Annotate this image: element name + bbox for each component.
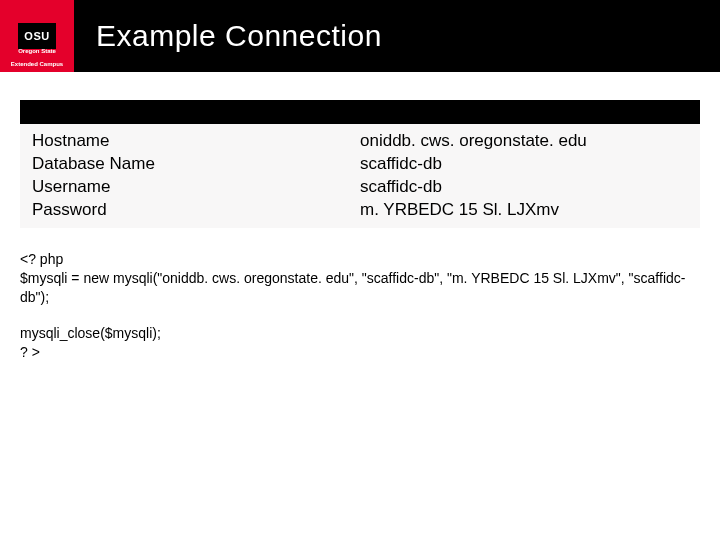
logo-text: OSU [18, 23, 56, 49]
table-row-value: scaffidc-db [360, 176, 688, 199]
code-block: <? php $mysqli = new mysqli("oniddb. cws… [20, 250, 700, 362]
slide-title: Example Connection [96, 19, 382, 53]
slide-content: Hostname Database Name Username Password… [0, 72, 720, 362]
table-body: Hostname Database Name Username Password… [20, 124, 700, 228]
table-row-value: scaffidc-db [360, 153, 688, 176]
code-line: <? php [20, 250, 700, 269]
table-header-bar [20, 100, 700, 124]
code-line: $mysqli = new mysqli("oniddb. cws. orego… [20, 269, 700, 307]
code-line: mysqli_close($mysqli); [20, 324, 700, 343]
table-row-value: oniddb. cws. oregonstate. edu [360, 130, 688, 153]
code-line: ? > [20, 343, 700, 362]
table-row-label: Database Name [32, 153, 360, 176]
connection-table: Hostname Database Name Username Password… [20, 100, 700, 228]
table-row-label: Password [32, 199, 360, 222]
table-labels-column: Hostname Database Name Username Password [32, 130, 360, 222]
table-row-value: m. YRBEDC 15 Sl. LJXmv [360, 199, 688, 222]
table-values-column: oniddb. cws. oregonstate. edu scaffidc-d… [360, 130, 688, 222]
logo-subtext2: Extended Campus [11, 61, 63, 67]
table-row-label: Hostname [32, 130, 360, 153]
table-row-label: Username [32, 176, 360, 199]
slide-header: OSU Oregon State Extended Campus Example… [0, 0, 720, 72]
logo-subtext1: Oregon State [18, 48, 56, 54]
osu-logo: OSU Oregon State Extended Campus [0, 0, 74, 72]
